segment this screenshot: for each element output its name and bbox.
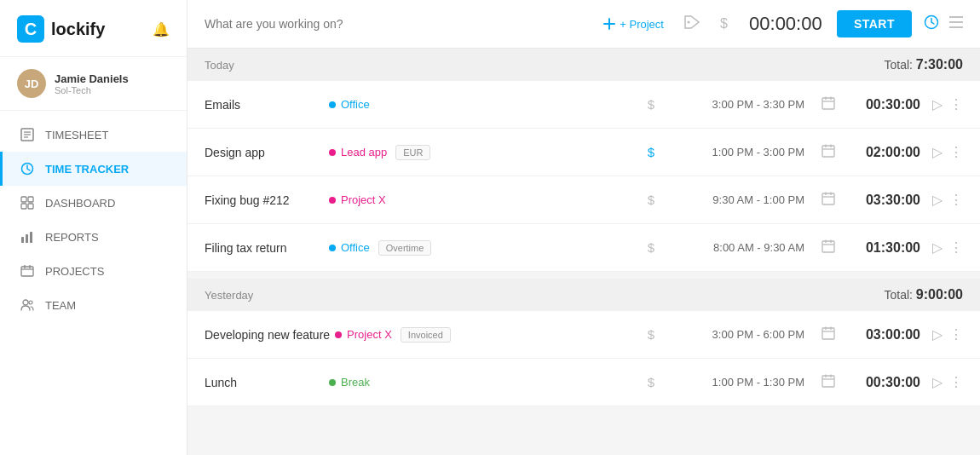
table-row: Lunch Break $ 1:00 PM - 1:30 PM 00:30:00… <box>187 359 980 406</box>
entry-time-range: 1:00 PM - 1:30 PM <box>668 376 804 389</box>
logo-text: lockify <box>51 20 105 39</box>
svg-rect-5 <box>21 197 26 202</box>
calendar-icon[interactable] <box>821 374 835 390</box>
timer-display: 00:00:00 <box>743 13 828 35</box>
tag-button[interactable] <box>679 12 705 37</box>
svg-point-19 <box>687 20 689 23</box>
entry-duration: 01:30:00 <box>844 240 920 256</box>
entry-project[interactable]: Break <box>341 376 370 389</box>
sidebar-item-reports[interactable]: REPORTS <box>0 220 187 254</box>
entry-time-range: 9:30 AM - 1:00 PM <box>668 193 804 206</box>
today-total: Total: 7:30:00 <box>884 57 963 72</box>
billable-icon[interactable]: $ <box>648 145 654 159</box>
svg-rect-12 <box>21 267 33 276</box>
billable-icon[interactable]: $ <box>648 97 654 112</box>
calendar-icon[interactable] <box>821 96 835 112</box>
clock-mode-icon[interactable] <box>924 14 939 34</box>
more-menu[interactable]: ⋮ <box>949 192 963 208</box>
nav-menu: TIMESHEET TIME TRACKER DASHBOARD REPORTS… <box>0 111 187 329</box>
svg-point-16 <box>29 301 32 304</box>
billable-toggle[interactable]: $ <box>713 13 735 35</box>
timesheet-icon <box>20 127 35 142</box>
dashboard-label: DASHBOARD <box>45 197 115 210</box>
project-dot <box>329 245 336 251</box>
start-button[interactable]: START <box>837 10 912 37</box>
sidebar-item-team[interactable]: TEAM <box>0 288 187 322</box>
entry-badge: Invoiced <box>401 327 451 343</box>
svg-point-15 <box>23 300 28 305</box>
sidebar-item-projects[interactable]: PROJECTS <box>0 254 187 288</box>
entry-time-range: 1:00 PM - 3:00 PM <box>668 146 804 158</box>
entry-name: Design app <box>205 146 324 159</box>
project-dot <box>329 149 336 156</box>
user-company: Sol-Tech <box>55 85 129 95</box>
more-menu[interactable]: ⋮ <box>949 239 963 256</box>
add-project-button[interactable]: + Project <box>597 14 671 34</box>
entry-project[interactable]: Project X <box>341 193 386 206</box>
svg-rect-32 <box>822 193 834 204</box>
play-button[interactable]: ▷ <box>932 239 943 256</box>
sidebar-item-dashboard[interactable]: DASHBOARD <box>0 186 187 220</box>
billable-icon[interactable]: $ <box>648 193 654 207</box>
projects-label: PROJECTS <box>45 265 104 278</box>
sidebar-item-timesheet[interactable]: TIMESHEET <box>0 118 187 152</box>
table-row: Developing new feature Project X Invoice… <box>187 311 980 359</box>
project-dot <box>329 379 336 386</box>
more-menu[interactable]: ⋮ <box>949 374 963 390</box>
calendar-icon[interactable] <box>821 239 835 256</box>
logo-icon: C <box>17 15 44 43</box>
svg-rect-40 <box>822 328 834 339</box>
svg-rect-8 <box>28 204 33 209</box>
menu-icon[interactable] <box>949 16 963 32</box>
table-row: Fixing bug #212 Project X $ 9:30 AM - 1:… <box>187 176 980 224</box>
svg-rect-44 <box>822 376 834 387</box>
team-label: TEAM <box>45 299 76 312</box>
table-row: Filing tax return Office Overtime $ 8:00… <box>187 224 980 272</box>
table-row: Emails Office $ 3:00 PM - 3:30 PM 00:30:… <box>187 81 980 129</box>
yesterday-section-header: Yesterday Total: 9:00:00 <box>187 279 980 311</box>
entry-duration: 00:30:00 <box>844 375 920 390</box>
play-button[interactable]: ▷ <box>932 374 943 390</box>
entry-project[interactable]: Project X <box>347 328 392 341</box>
sidebar-item-time-tracker[interactable]: TIME TRACKER <box>0 152 187 186</box>
calendar-icon[interactable] <box>821 144 835 160</box>
play-button[interactable]: ▷ <box>932 96 943 112</box>
entry-project[interactable]: Office <box>341 241 370 254</box>
billable-icon[interactable]: $ <box>648 327 654 342</box>
svg-rect-11 <box>30 232 32 243</box>
billable-icon[interactable]: $ <box>648 375 654 389</box>
task-input[interactable] <box>205 14 588 34</box>
svg-rect-28 <box>822 146 834 157</box>
entry-badge: Overtime <box>378 240 432 256</box>
bell-icon[interactable]: 🔔 <box>153 21 170 37</box>
more-menu[interactable]: ⋮ <box>949 96 963 112</box>
svg-rect-36 <box>822 241 834 252</box>
user-section: JD Jamie Daniels Sol-Tech <box>0 57 187 111</box>
main-content: + Project $ 00:00:00 START Today Total: … <box>187 0 980 455</box>
user-name: Jamie Daniels <box>55 72 129 85</box>
reports-label: REPORTS <box>45 231 99 244</box>
project-dot <box>329 197 336 204</box>
svg-rect-10 <box>26 234 28 243</box>
entry-duration: 02:00:00 <box>844 145 920 160</box>
entry-badge: EUR <box>395 145 430 160</box>
project-dot <box>335 331 342 338</box>
billable-icon[interactable]: $ <box>648 240 654 255</box>
dashboard-icon <box>20 195 35 210</box>
entry-project[interactable]: Lead app <box>341 146 387 158</box>
entry-project[interactable]: Office <box>341 98 370 111</box>
table-row: Design app Lead app EUR $ 1:00 PM - 3:00… <box>187 129 980 176</box>
more-menu[interactable]: ⋮ <box>949 144 963 160</box>
entry-time-range: 8:00 AM - 9:30 AM <box>668 241 804 254</box>
more-menu[interactable]: ⋮ <box>949 326 963 343</box>
topbar: + Project $ 00:00:00 START <box>187 0 980 49</box>
team-icon <box>20 297 35 313</box>
svg-rect-7 <box>21 204 26 209</box>
yesterday-label: Yesterday <box>205 289 253 302</box>
calendar-icon[interactable] <box>821 326 835 343</box>
calendar-icon[interactable] <box>821 192 835 208</box>
play-button[interactable]: ▷ <box>932 192 943 208</box>
entry-duration: 03:30:00 <box>844 193 920 208</box>
play-button[interactable]: ▷ <box>932 326 943 343</box>
play-button[interactable]: ▷ <box>932 144 943 160</box>
